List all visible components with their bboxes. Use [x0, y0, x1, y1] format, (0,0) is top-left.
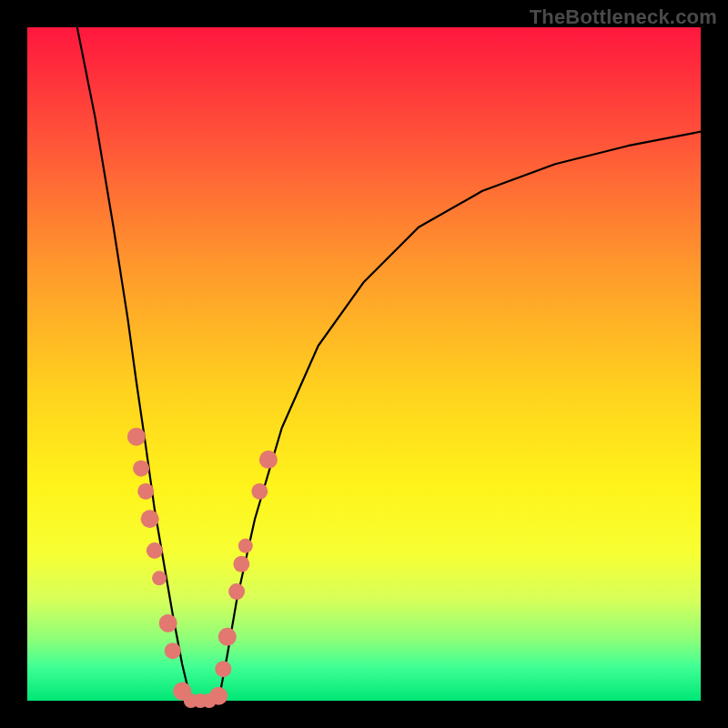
marker-point: [233, 556, 249, 572]
chart-frame: TheBottleneck.com: [0, 0, 728, 728]
marker-point: [165, 642, 181, 659]
marker-point: [215, 661, 231, 677]
marker-point: [152, 571, 167, 585]
marker-point: [147, 542, 163, 559]
watermark-text: TheBottleneck.com: [530, 5, 717, 29]
marker-point: [209, 687, 228, 705]
marker-point: [141, 510, 159, 528]
marker-point: [228, 583, 245, 600]
marker-point: [251, 483, 268, 500]
marker-point: [259, 450, 278, 469]
curve-layer: [27, 27, 701, 701]
marker-point: [218, 628, 237, 646]
plot-area: [27, 27, 701, 701]
marker-point: [127, 428, 146, 446]
curve-right-branch: [218, 132, 701, 701]
marker-point: [159, 614, 177, 632]
marker-point: [133, 460, 149, 477]
marker-point: [238, 539, 253, 553]
curve-left-branch: [77, 27, 191, 701]
marker-point: [137, 483, 154, 500]
